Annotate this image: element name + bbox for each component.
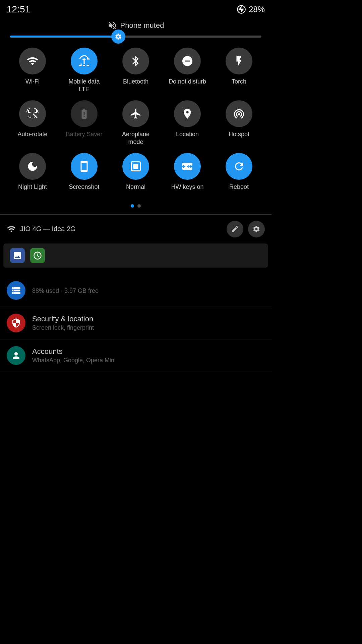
tile-torch-circle[interactable] [226, 48, 252, 74]
tile-reboot[interactable]: Reboot [217, 153, 261, 191]
status-bar: 12:51 28% [0, 0, 272, 17]
battery-saver-icon [78, 108, 90, 120]
auto-rotate-icon [26, 108, 39, 120]
security-icon [11, 318, 21, 328]
tile-wifi[interactable]: Wi-Fi [11, 48, 54, 94]
tile-dnd[interactable]: Do not disturb [166, 48, 209, 94]
tiles-row-3: Night Light Screenshot Normal [7, 153, 265, 191]
tile-hotspot-circle[interactable] [226, 100, 252, 127]
gallery-icon [13, 251, 22, 260]
tile-aeroplane[interactable]: Aeroplanemode [114, 100, 158, 146]
settings-button[interactable] [248, 221, 265, 237]
bluetooth-icon [130, 55, 142, 67]
tile-battery-saver-circle[interactable] [71, 100, 98, 127]
settings-security-text: Security & location Screen lock, fingerp… [32, 315, 94, 331]
tile-battery-saver[interactable]: Battery Saver [62, 100, 106, 146]
phone-muted-label: Phone muted [120, 21, 164, 30]
aeroplane-icon [130, 108, 142, 120]
settings-icon [252, 225, 260, 233]
settings-list: 88% used - 3.97 GB free Security & locat… [0, 274, 272, 372]
tile-night-light-label: Night Light [18, 183, 47, 191]
tile-battery-saver-label: Battery Saver [66, 130, 102, 138]
status-right: 28% [237, 5, 265, 14]
tile-mobile-data-label: Mobile dataLTE [68, 78, 100, 94]
app-strip [3, 244, 268, 268]
tile-hotspot[interactable]: Hotspot [217, 100, 261, 146]
tiles-row-1: Wi-Fi Mobile dataLTE Bluetooth [7, 48, 265, 94]
tile-night-light[interactable]: Night Light [11, 153, 54, 191]
settings-accounts-item[interactable]: Accounts WhatsApp, Google, Opera Mini [0, 339, 272, 372]
volume-thumb[interactable] [111, 30, 125, 44]
dot-2 [137, 204, 141, 208]
accounts-title: Accounts [32, 347, 116, 356]
tile-screenshot[interactable]: Screenshot [62, 153, 106, 191]
settings-security-item[interactable]: Security & location Screen lock, fingerp… [0, 307, 272, 339]
svg-rect-2 [133, 164, 138, 169]
tile-hotspot-label: Hotspot [229, 130, 249, 138]
security-title: Security & location [32, 315, 94, 323]
settings-accounts-text: Accounts WhatsApp, Google, Opera Mini [32, 347, 116, 364]
tile-mobile-data-circle[interactable] [71, 48, 98, 74]
tile-auto-rotate-label: Auto-rotate [17, 130, 47, 138]
normal-icon [130, 160, 142, 172]
night-light-icon [26, 160, 39, 172]
tile-mobile-data[interactable]: Mobile dataLTE [62, 48, 106, 94]
tile-hw-keys[interactable]: HW keys on [166, 153, 209, 191]
tile-auto-rotate[interactable]: Auto-rotate [11, 100, 54, 146]
quick-tiles-section: Wi-Fi Mobile dataLTE Bluetooth [0, 44, 272, 201]
tile-normal[interactable]: Normal [114, 153, 158, 191]
accounts-icon-circle [7, 346, 25, 365]
tile-torch-label: Torch [232, 78, 246, 86]
volume-slider[interactable] [10, 36, 261, 38]
hw-keys-icon [181, 160, 193, 172]
torch-icon [233, 55, 245, 67]
signal-icon [7, 224, 16, 234]
security-icon-circle [7, 314, 25, 332]
network-bar: JIO 4G — Idea 2G [0, 215, 272, 244]
tile-bluetooth-label: Bluetooth [123, 78, 148, 86]
tile-torch[interactable]: Torch [217, 48, 261, 94]
volume-fill [10, 36, 118, 38]
tile-bluetooth-circle[interactable] [122, 48, 149, 74]
app-icon-clock[interactable] [30, 248, 45, 263]
tile-reboot-circle[interactable] [226, 153, 252, 180]
charging-icon [237, 5, 246, 14]
settings-storage-text: 88% used - 3.97 GB free [32, 286, 99, 294]
wifi-icon [26, 55, 39, 67]
accounts-icon [11, 351, 21, 361]
tile-auto-rotate-circle[interactable] [19, 100, 46, 127]
accounts-subtitle: WhatsApp, Google, Opera Mini [32, 357, 116, 364]
mobile-data-icon [78, 55, 90, 67]
battery-percent: 28% [249, 5, 265, 14]
edit-button[interactable] [227, 221, 243, 237]
security-subtitle: Screen lock, fingerprint [32, 324, 94, 331]
do-not-disturb-icon [181, 55, 193, 67]
storage-icon-circle [7, 281, 25, 300]
tile-hw-keys-circle[interactable] [174, 153, 201, 180]
pagination-dots [0, 204, 272, 208]
tile-reboot-label: Reboot [229, 183, 249, 191]
dot-1 [131, 204, 134, 208]
tile-wifi-label: Wi-Fi [25, 78, 40, 86]
tile-hw-keys-label: HW keys on [171, 183, 203, 191]
volume-slider-container[interactable] [0, 32, 272, 44]
tile-location[interactable]: Location [166, 100, 209, 146]
tile-normal-circle[interactable] [122, 153, 149, 180]
status-time: 12:51 [7, 4, 30, 15]
tile-night-light-circle[interactable] [19, 153, 46, 180]
settings-gear-icon [115, 33, 122, 40]
network-info: JIO 4G — Idea 2G [7, 224, 76, 234]
tile-aeroplane-circle[interactable] [122, 100, 149, 127]
tile-location-circle[interactable] [174, 100, 201, 127]
tile-bluetooth[interactable]: Bluetooth [114, 48, 158, 94]
tile-normal-label: Normal [126, 183, 145, 191]
tile-screenshot-circle[interactable] [71, 153, 98, 180]
tile-dnd-circle[interactable] [174, 48, 201, 74]
settings-storage-item[interactable]: 88% used - 3.97 GB free [0, 274, 272, 307]
location-icon [181, 108, 193, 120]
tile-location-label: Location [176, 130, 199, 138]
app-icon-gallery[interactable] [10, 248, 25, 263]
tile-wifi-circle[interactable] [19, 48, 46, 74]
reboot-icon [233, 160, 245, 172]
tiles-row-2: Auto-rotate Battery Saver Aeroplanemode [7, 100, 265, 146]
